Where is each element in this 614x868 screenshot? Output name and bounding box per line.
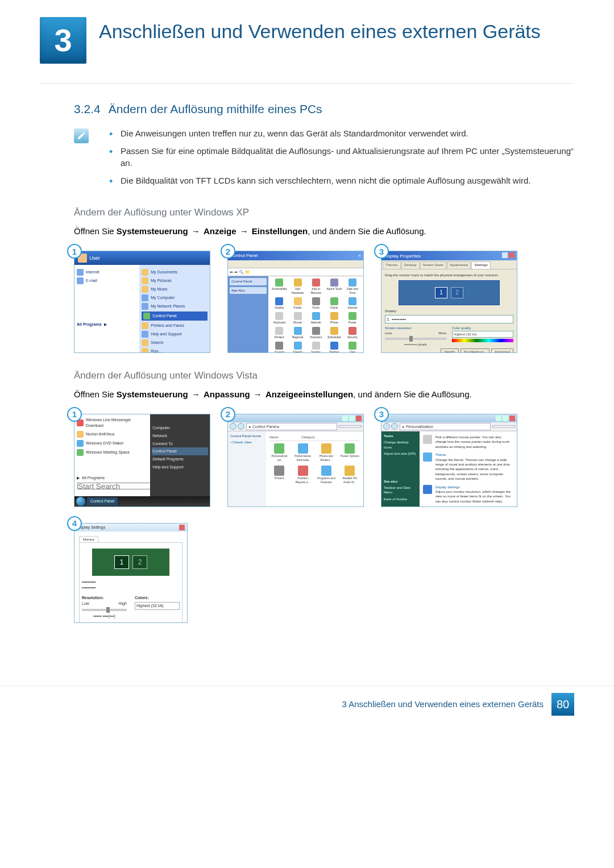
cp-item[interactable]: Scanners [308,327,325,339]
column-header[interactable]: Name [269,435,279,439]
cp-item[interactable]: Power [344,312,361,325]
identify-button[interactable]: Identify [441,348,458,353]
sidebar-link[interactable]: Control Panel Home [230,434,264,438]
search-input[interactable] [492,425,515,427]
cp-item[interactable]: Game [326,297,343,310]
start-item[interactable]: Printers and Faxes [142,322,208,329]
link[interactable]: Display Settings [435,485,460,489]
taskbar-item[interactable]: Control Panel [87,497,118,505]
cp-item[interactable]: System [308,342,325,353]
start-item[interactable]: My Network Places [142,303,208,310]
start-orb[interactable] [76,497,85,506]
cp-item[interactable]: Regional [289,327,306,339]
link[interactable]: Theme [435,453,446,456]
tab-settings[interactable]: Settings [471,261,491,269]
start-item[interactable]: Windows Meeting Space [76,448,148,457]
start-item[interactable]: My Pictures [142,277,208,284]
cp-item[interactable]: Accessibility [271,279,288,295]
back-icon[interactable] [383,423,390,430]
start-item[interactable]: Windows DVD Maker [76,439,148,448]
advanced-button[interactable]: Advanced [491,348,513,353]
cp-item[interactable]: Phone [326,312,343,325]
display-select[interactable]: 1. ••••••••• [385,315,513,323]
search-input[interactable] [339,425,362,427]
cp-item[interactable]: Internet [344,297,361,310]
monitor-2[interactable]: 2 [132,555,147,569]
cp-item[interactable]: Programs and Features [316,466,336,484]
breadcrumb[interactable]: ▸ Personalization [400,423,491,431]
start-item[interactable]: Network [152,432,208,440]
monitor-preview[interactable]: 1 2 [399,280,500,305]
cp-item[interactable]: Sounds [271,342,288,353]
cp-item[interactable]: Scheduled [326,327,343,339]
personalization-row[interactable]: Pick a different mouse pointer. You can … [423,435,513,449]
cp-item[interactable]: Admin Tools [326,279,343,295]
start-item[interactable]: My Music [142,286,208,293]
cp-item[interactable]: Problem Reports a... [293,466,313,484]
forward-icon[interactable] [391,423,398,430]
sidebar-box[interactable]: See Also [230,287,267,294]
start-item[interactable]: Windows Live Messenger Download [76,416,148,430]
cp-item[interactable]: Display [271,297,288,310]
cp-item[interactable]: Security [344,327,361,339]
cp-item[interactable]: Phone and Modem... [316,443,336,462]
monitor-preview[interactable]: 1 2 [92,549,169,576]
start-item-control-panel[interactable]: Control Panel [142,312,208,321]
forward-icon[interactable] [238,423,244,430]
start-all-programs[interactable]: ▶ All Programs [76,474,148,482]
cp-item[interactable]: Folder [289,297,306,310]
start-item[interactable]: E-mail [77,277,137,284]
breadcrumb[interactable]: ▸ Control Panel ▸ [246,423,337,431]
minimize-icon[interactable] [342,416,348,421]
back-icon[interactable] [230,423,237,430]
sidebar-link[interactable]: Ease of Access [384,497,417,501]
monitor-2[interactable]: 2 [451,287,463,298]
cp-item[interactable]: Printers [269,466,289,484]
tab-themes[interactable]: Themes [383,261,401,269]
close-icon[interactable]: × [358,252,361,259]
tab-screensaver[interactable]: Screen Saver [420,261,446,269]
cp-item[interactable]: Fonts [308,297,325,310]
cp-item[interactable]: Mouse [289,312,306,325]
minimize-icon[interactable] [496,416,501,421]
cp-item[interactable]: Printers [271,327,288,339]
cp-item[interactable]: Speech [289,342,306,353]
tab-monitor[interactable]: Monitor [79,536,98,542]
cp-item[interactable]: Add Hardware [289,279,306,295]
cp-item[interactable]: Date and Time [344,279,361,295]
start-item[interactable]: Run... [142,348,208,353]
sidebar-link[interactable]: Taskbar and Start Menu [384,485,417,495]
tab-desktop[interactable]: Desktop [401,261,420,269]
cp-item[interactable]: Keyboard [271,312,288,325]
start-item[interactable]: Help and Support [152,463,208,471]
cp-item[interactable]: User [344,342,361,353]
sidebar-box[interactable]: Control Panel [230,278,267,285]
start-item[interactable]: Norton AntiVirus [76,430,148,439]
tab-appearance[interactable]: Appearance [447,261,471,269]
cp-item[interactable]: Performance Informatio [293,443,313,462]
color-quality-select[interactable]: Highest (32 bit) [452,331,513,338]
sidebar-link[interactable]: Adjust font size (DPI) [384,451,417,456]
cp-item[interactable]: Power Options [340,443,360,462]
resolution-slider[interactable] [385,338,446,340]
start-item[interactable]: My Computer [142,294,208,301]
cp-item[interactable]: Add or Remove [308,279,325,295]
cp-item[interactable]: Network [308,312,325,325]
close-icon[interactable] [356,416,362,421]
start-item[interactable]: Connect To [152,440,208,448]
personalization-row[interactable]: ThemeChange the theme. Themes can change… [423,452,513,481]
maximize-icon[interactable] [503,416,508,421]
colors-select[interactable]: Highest (32 bit) [135,602,180,610]
start-item[interactable]: Computer [152,424,208,432]
help-icon[interactable] [502,252,508,258]
close-icon[interactable] [179,525,185,530]
sidebar-link[interactable]: Change desktop icons [384,440,417,450]
personalization-row[interactable]: Display SettingsAdjust your monitor reso… [423,485,513,504]
monitor-1[interactable]: 1 [435,287,447,298]
maximize-icon[interactable] [349,416,355,421]
start-item[interactable]: My Documents [142,269,208,276]
close-icon[interactable] [509,252,515,258]
start-all-programs[interactable]: All Programs ▶ [77,322,137,327]
start-item[interactable]: Internet [77,269,137,276]
sidebar-link[interactable]: • Classic View [230,440,264,445]
